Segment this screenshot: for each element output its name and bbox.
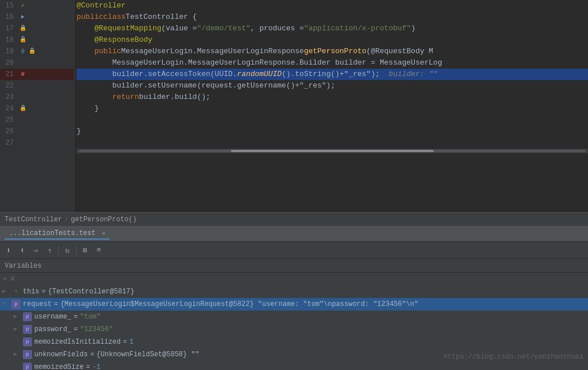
gutter-row-23: 23: [0, 91, 74, 103]
code-line-16: public class TestController {: [77, 11, 588, 23]
toolbar-btn-down[interactable]: ⬇: [2, 244, 15, 257]
lock-icon-24: 🔒: [18, 104, 27, 113]
expand-icon-request: ▼: [2, 298, 11, 311]
line-num-23: 23: [0, 91, 18, 103]
var-row-memoized-init[interactable]: ▶ p memoizedIsInitialized = 1: [0, 336, 588, 348]
line-num-18: 18: [0, 34, 18, 46]
code-line-24: }: [77, 103, 588, 114]
var-row-this[interactable]: ▶ = this = {TestController@5817}: [0, 285, 588, 298]
scrollbar-thumb[interactable]: [231, 150, 434, 152]
string-protobuf: "application/x-protobuf": [304, 23, 411, 34]
expand-icon-username: ▶: [14, 311, 23, 323]
annotation-controller: @Controller: [77, 0, 126, 11]
code-container: 15 ✔ 16 ▶ 17 🔒 18 🔒: [0, 0, 588, 212]
breadcrumb-method[interactable]: getPersonProto(): [71, 216, 137, 224]
type-icon-memoized-size: p: [23, 363, 32, 370]
annotation-requestmapping: @RequestMapping: [94, 23, 161, 34]
lock-icon-18: 🔒: [18, 35, 27, 45]
expand-icon-memoized-size: ▶: [14, 361, 23, 370]
debug-tab-active[interactable]: ...licationTests.test ✕: [5, 228, 110, 240]
var-value-unknown-fields: {UnknownFieldSet@5858} "": [97, 348, 199, 361]
type-19: MessageUserLogin.MessageUserLoginRespons…: [121, 46, 304, 57]
arrow-icon-16: ▶: [18, 13, 27, 22]
horizontal-scrollbar[interactable]: [77, 149, 588, 153]
type-icon-unknown-fields: p: [23, 350, 32, 359]
gutter-row-21: 21 ✘: [0, 69, 74, 80]
line-num-26: 26: [0, 126, 18, 137]
line-num-21: 21: [0, 69, 18, 80]
type-icon-this: =: [11, 287, 21, 296]
breadcrumb-class[interactable]: TestController: [5, 216, 62, 224]
method-name-19: getPersonProto: [304, 46, 366, 57]
add-icon: +: [2, 273, 7, 285]
code-line-19: public MessageUserLogin.MessageUserLogin…: [77, 46, 588, 57]
at-icon-19: @: [18, 47, 27, 56]
var-row-password[interactable]: ▶ p password_ = "123456": [0, 323, 588, 336]
gutter: 15 ✔ 16 ▶ 17 🔒 18 🔒: [0, 0, 74, 212]
var-name-memoized-size: memoizedSize: [34, 361, 83, 370]
toolbar-btn-up[interactable]: ⬆: [16, 244, 29, 257]
line-num-27: 27: [0, 137, 18, 149]
variables-add-row[interactable]: + ⊞: [0, 273, 588, 285]
watermark: https://blog.csdn.net/yanshaoshuai: [443, 353, 583, 361]
method-random-uuid: randomUUID: [237, 69, 282, 80]
expand-all-icon: ⊞: [10, 273, 14, 285]
debug-toolbar: ⬇ ⬆ ⇒ ⇑ ↻ ⊞ ≡: [0, 242, 588, 259]
code-line-15: @Controller: [77, 0, 588, 11]
gutter-row-17: 17 🔒: [0, 23, 74, 34]
line-num-22: 22: [0, 80, 18, 91]
debug-panel: ...licationTests.test ✕ ⬇ ⬆ ⇒ ⇑ ↻ ⊞ ≡ Va…: [0, 226, 588, 370]
gutter-row-20: 20: [0, 57, 74, 69]
annotation-responsebody: @ResponseBody: [94, 34, 152, 46]
toolbar-btn-table[interactable]: ⊞: [79, 244, 91, 257]
code-line-23: return builder.build();: [77, 91, 588, 103]
gutter-row-27: 27: [0, 137, 74, 149]
gutter-row-16: 16 ▶: [0, 11, 74, 23]
line-num-25: 25: [0, 114, 18, 126]
code-line-27: [77, 137, 588, 149]
keyword-public-16: public: [77, 11, 103, 23]
line-num-16: 16: [0, 11, 18, 23]
toolbar-btn-list[interactable]: ≡: [93, 244, 105, 257]
line-num-24: 24: [0, 103, 18, 114]
toolbar-btn-refresh[interactable]: ↻: [61, 244, 74, 257]
expand-icon-memoized-init: ▶: [14, 336, 23, 348]
error-icon-21: ✘: [18, 70, 27, 79]
line-num-19: 19: [0, 46, 18, 57]
var-name-password: password_: [34, 323, 71, 336]
variables-header: Variables: [0, 259, 588, 273]
var-name-this: this: [23, 285, 39, 298]
var-row-username[interactable]: ▶ p username_ = "tom": [0, 311, 588, 323]
type-icon-password: p: [23, 325, 32, 334]
variables-label: Variables: [5, 262, 42, 270]
line-num-20: 20: [0, 57, 18, 69]
expand-icon-this: ▶: [2, 285, 11, 298]
breakpoint-icon-15: ✔: [18, 1, 27, 10]
keyword-return-23: return: [112, 91, 139, 103]
tab-close-icon[interactable]: ✕: [102, 230, 105, 237]
debug-tab-bar: ...licationTests.test ✕: [0, 226, 588, 242]
code-content: @Controller public class TestController …: [74, 0, 588, 212]
var-value-memoized-size: -1: [93, 361, 101, 370]
line-num-15: 15: [0, 0, 18, 11]
var-value-this: {TestController@5817}: [48, 285, 134, 298]
code-line-21: builder.setAccessToken(UUID. randomUUID …: [77, 69, 588, 80]
gutter-row-24: 24 🔒: [0, 103, 74, 114]
code-line-25: [77, 114, 588, 126]
classname-16: TestController {: [126, 11, 197, 23]
code-line-22: builder.setUsername(request.getUsername(…: [77, 80, 588, 91]
toolbar-btn-run-to-cursor[interactable]: ⇑: [43, 244, 56, 257]
type-icon-request: p: [11, 300, 21, 309]
var-row-request[interactable]: ▼ p request = {MessageUserLogin$MessageU…: [0, 298, 588, 311]
breadcrumb-separator: ›: [65, 216, 69, 224]
code-line-18: @ResponseBody: [77, 34, 588, 46]
code-line-26: }: [77, 126, 588, 137]
keyword-class-16: class: [103, 11, 126, 23]
var-name-request: request: [23, 298, 51, 311]
toolbar-sep-2: [76, 245, 77, 256]
toolbar-btn-step-out[interactable]: ⇒: [30, 244, 42, 257]
gutter-row-25: 25: [0, 114, 74, 126]
var-row-memoized-size[interactable]: ▶ p memoizedSize = -1: [0, 361, 588, 370]
var-value-password: "123456": [80, 323, 113, 336]
scrollbar-track: [79, 150, 586, 152]
